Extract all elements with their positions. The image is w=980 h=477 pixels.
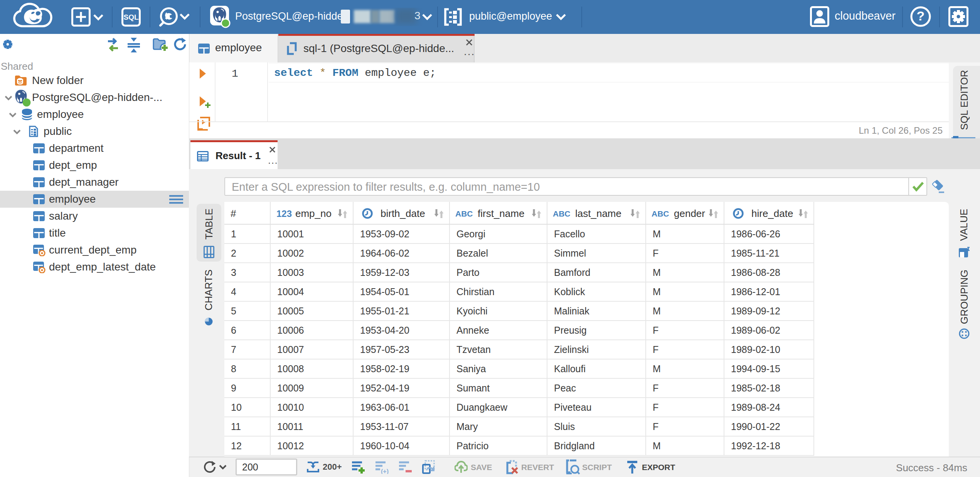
svg-text:?: ? (917, 8, 925, 23)
svg-text:SQL: SQL (123, 13, 138, 21)
svg-text:(+): (+) (381, 468, 389, 474)
